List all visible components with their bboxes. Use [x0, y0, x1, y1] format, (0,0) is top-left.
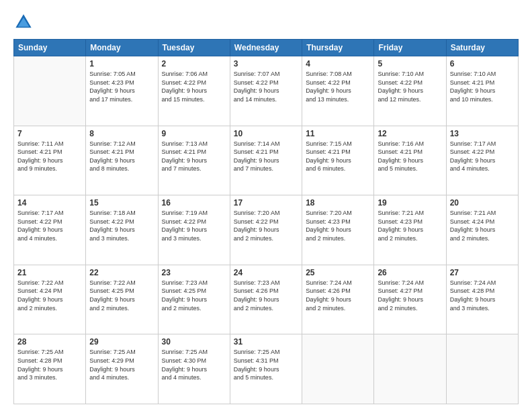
day-number: 5	[378, 59, 442, 68]
weekday-header-wednesday: Wednesday	[230, 40, 302, 56]
day-number: 8	[89, 129, 154, 138]
day-number: 24	[234, 268, 298, 277]
calendar-week-row: 21Sunrise: 7:22 AM Sunset: 4:24 PM Dayli…	[14, 265, 519, 334]
day-info: Sunrise: 7:12 AM Sunset: 4:21 PM Dayligh…	[89, 140, 154, 173]
calendar-cell: 9Sunrise: 7:13 AM Sunset: 4:21 PM Daylig…	[158, 126, 230, 195]
day-info: Sunrise: 7:21 AM Sunset: 4:23 PM Dayligh…	[378, 209, 442, 242]
day-info: Sunrise: 7:20 AM Sunset: 4:22 PM Dayligh…	[234, 209, 298, 242]
page: SundayMondayTuesdayWednesdayThursdayFrid…	[0, 0, 532, 411]
day-info: Sunrise: 7:23 AM Sunset: 4:25 PM Dayligh…	[162, 279, 226, 312]
calendar-cell: 30Sunrise: 7:25 AM Sunset: 4:30 PM Dayli…	[158, 334, 230, 404]
calendar-cell: 20Sunrise: 7:21 AM Sunset: 4:24 PM Dayli…	[446, 195, 518, 265]
day-info: Sunrise: 7:25 AM Sunset: 4:30 PM Dayligh…	[162, 348, 226, 381]
day-info: Sunrise: 7:25 AM Sunset: 4:31 PM Dayligh…	[234, 348, 298, 381]
day-number: 10	[234, 129, 298, 138]
day-info: Sunrise: 7:18 AM Sunset: 4:22 PM Dayligh…	[89, 209, 154, 242]
calendar-cell	[446, 334, 518, 404]
logo-icon	[13, 12, 34, 32]
weekday-header-thursday: Thursday	[302, 40, 374, 56]
day-number: 17	[234, 198, 298, 208]
day-number: 31	[234, 337, 298, 347]
weekday-header-tuesday: Tuesday	[158, 40, 230, 56]
calendar-week-row: 28Sunrise: 7:25 AM Sunset: 4:28 PM Dayli…	[14, 334, 519, 404]
calendar-cell: 29Sunrise: 7:25 AM Sunset: 4:29 PM Dayli…	[86, 334, 158, 404]
day-number: 20	[450, 198, 515, 208]
day-number: 7	[17, 129, 82, 138]
header	[13, 12, 519, 32]
calendar-cell: 27Sunrise: 7:24 AM Sunset: 4:28 PM Dayli…	[446, 265, 518, 334]
calendar-cell: 21Sunrise: 7:22 AM Sunset: 4:24 PM Dayli…	[14, 265, 86, 334]
day-info: Sunrise: 7:10 AM Sunset: 4:21 PM Dayligh…	[450, 70, 515, 103]
weekday-header-row: SundayMondayTuesdayWednesdayThursdayFrid…	[14, 40, 519, 56]
calendar-cell: 1Sunrise: 7:05 AM Sunset: 4:23 PM Daylig…	[86, 56, 158, 126]
calendar-cell: 28Sunrise: 7:25 AM Sunset: 4:28 PM Dayli…	[14, 334, 86, 404]
day-number: 16	[162, 198, 226, 208]
calendar-cell: 4Sunrise: 7:08 AM Sunset: 4:22 PM Daylig…	[302, 56, 374, 126]
day-info: Sunrise: 7:24 AM Sunset: 4:28 PM Dayligh…	[450, 279, 515, 312]
calendar-cell: 15Sunrise: 7:18 AM Sunset: 4:22 PM Dayli…	[86, 195, 158, 265]
day-info: Sunrise: 7:07 AM Sunset: 4:22 PM Dayligh…	[234, 70, 298, 103]
day-number: 22	[89, 268, 154, 277]
day-info: Sunrise: 7:10 AM Sunset: 4:22 PM Dayligh…	[378, 70, 442, 103]
logo	[13, 12, 36, 32]
calendar-cell: 8Sunrise: 7:12 AM Sunset: 4:21 PM Daylig…	[86, 126, 158, 195]
calendar-cell: 6Sunrise: 7:10 AM Sunset: 4:21 PM Daylig…	[446, 56, 518, 126]
calendar-cell: 24Sunrise: 7:23 AM Sunset: 4:26 PM Dayli…	[230, 265, 302, 334]
calendar-cell: 14Sunrise: 7:17 AM Sunset: 4:22 PM Dayli…	[14, 195, 86, 265]
day-number: 4	[306, 59, 370, 68]
day-info: Sunrise: 7:23 AM Sunset: 4:26 PM Dayligh…	[234, 279, 298, 312]
calendar-cell	[14, 56, 86, 126]
day-info: Sunrise: 7:11 AM Sunset: 4:21 PM Dayligh…	[17, 140, 82, 173]
day-number: 15	[89, 198, 154, 208]
day-number: 25	[306, 268, 370, 277]
day-info: Sunrise: 7:20 AM Sunset: 4:23 PM Dayligh…	[306, 209, 370, 242]
calendar-cell: 5Sunrise: 7:10 AM Sunset: 4:22 PM Daylig…	[374, 56, 446, 126]
calendar-week-row: 1Sunrise: 7:05 AM Sunset: 4:23 PM Daylig…	[14, 56, 519, 126]
day-info: Sunrise: 7:13 AM Sunset: 4:21 PM Dayligh…	[162, 140, 226, 173]
day-number: 14	[17, 198, 82, 208]
day-info: Sunrise: 7:24 AM Sunset: 4:27 PM Dayligh…	[378, 279, 442, 312]
day-number: 26	[378, 268, 442, 277]
calendar-cell: 26Sunrise: 7:24 AM Sunset: 4:27 PM Dayli…	[374, 265, 446, 334]
weekday-header-sunday: Sunday	[14, 40, 86, 56]
calendar-cell: 25Sunrise: 7:24 AM Sunset: 4:26 PM Dayli…	[302, 265, 374, 334]
calendar-cell: 18Sunrise: 7:20 AM Sunset: 4:23 PM Dayli…	[302, 195, 374, 265]
day-number: 9	[162, 129, 226, 138]
day-info: Sunrise: 7:21 AM Sunset: 4:24 PM Dayligh…	[450, 209, 515, 242]
calendar-cell: 23Sunrise: 7:23 AM Sunset: 4:25 PM Dayli…	[158, 265, 230, 334]
day-number: 28	[17, 337, 82, 347]
day-number: 29	[89, 337, 154, 347]
calendar-week-row: 7Sunrise: 7:11 AM Sunset: 4:21 PM Daylig…	[14, 126, 519, 195]
calendar-cell: 7Sunrise: 7:11 AM Sunset: 4:21 PM Daylig…	[14, 126, 86, 195]
day-info: Sunrise: 7:16 AM Sunset: 4:21 PM Dayligh…	[378, 140, 442, 173]
calendar-cell: 12Sunrise: 7:16 AM Sunset: 4:21 PM Dayli…	[374, 126, 446, 195]
calendar-cell: 22Sunrise: 7:22 AM Sunset: 4:25 PM Dayli…	[86, 265, 158, 334]
calendar-cell: 2Sunrise: 7:06 AM Sunset: 4:22 PM Daylig…	[158, 56, 230, 126]
day-info: Sunrise: 7:05 AM Sunset: 4:23 PM Dayligh…	[89, 70, 154, 103]
day-info: Sunrise: 7:22 AM Sunset: 4:25 PM Dayligh…	[89, 279, 154, 312]
day-number: 1	[89, 59, 154, 68]
calendar-table: SundayMondayTuesdayWednesdayThursdayFrid…	[13, 39, 519, 404]
day-info: Sunrise: 7:15 AM Sunset: 4:21 PM Dayligh…	[306, 140, 370, 173]
day-number: 13	[450, 129, 515, 138]
calendar-cell: 10Sunrise: 7:14 AM Sunset: 4:21 PM Dayli…	[230, 126, 302, 195]
calendar-cell: 16Sunrise: 7:19 AM Sunset: 4:22 PM Dayli…	[158, 195, 230, 265]
day-number: 3	[234, 59, 298, 68]
day-number: 23	[162, 268, 226, 277]
calendar-cell	[374, 334, 446, 404]
day-number: 11	[306, 129, 370, 138]
day-info: Sunrise: 7:14 AM Sunset: 4:21 PM Dayligh…	[234, 140, 298, 173]
day-info: Sunrise: 7:06 AM Sunset: 4:22 PM Dayligh…	[162, 70, 226, 103]
calendar-cell: 31Sunrise: 7:25 AM Sunset: 4:31 PM Dayli…	[230, 334, 302, 404]
day-info: Sunrise: 7:17 AM Sunset: 4:22 PM Dayligh…	[450, 140, 515, 173]
day-info: Sunrise: 7:08 AM Sunset: 4:22 PM Dayligh…	[306, 70, 370, 103]
calendar-cell: 17Sunrise: 7:20 AM Sunset: 4:22 PM Dayli…	[230, 195, 302, 265]
day-number: 18	[306, 198, 370, 208]
calendar-week-row: 14Sunrise: 7:17 AM Sunset: 4:22 PM Dayli…	[14, 195, 519, 265]
day-info: Sunrise: 7:19 AM Sunset: 4:22 PM Dayligh…	[162, 209, 226, 242]
weekday-header-saturday: Saturday	[446, 40, 518, 56]
day-number: 30	[162, 337, 226, 347]
weekday-header-monday: Monday	[86, 40, 158, 56]
day-number: 19	[378, 198, 442, 208]
day-number: 27	[450, 268, 515, 277]
